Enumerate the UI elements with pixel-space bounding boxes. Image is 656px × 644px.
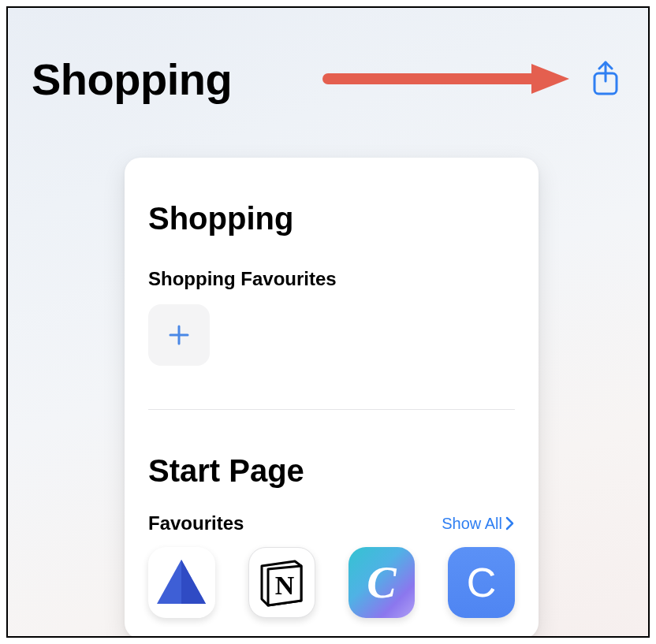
page-title: Shopping xyxy=(32,54,232,105)
start-page-title: Start Page xyxy=(148,453,515,489)
favourites-label: Favourites xyxy=(148,512,244,534)
plus-icon xyxy=(166,322,192,348)
notion-icon: N xyxy=(255,557,308,609)
show-all-label: Show All xyxy=(442,515,502,533)
shopping-favourites-label: Shopping Favourites xyxy=(148,268,515,290)
letter-c-icon: C xyxy=(467,559,497,606)
shopping-favourites-row xyxy=(148,304,515,366)
chevron-right-icon xyxy=(505,516,515,530)
favourites-header-row: Favourites Show All xyxy=(148,512,515,534)
section-divider xyxy=(148,409,515,410)
share-area xyxy=(320,59,624,99)
content-card: Shopping Shopping Favourites Start Page … xyxy=(125,158,539,638)
favourite-app-4[interactable]: C xyxy=(448,547,515,618)
favourite-app-2[interactable]: N xyxy=(248,547,315,618)
svg-marker-6 xyxy=(181,560,206,604)
favourite-app-3[interactable]: C xyxy=(348,547,416,618)
favourite-app-1[interactable] xyxy=(148,547,215,618)
favourites-app-row: N C C xyxy=(148,547,515,618)
add-favourite-button[interactable] xyxy=(148,304,210,366)
svg-text:N: N xyxy=(275,571,295,600)
share-icon xyxy=(591,61,621,97)
window-frame: Shopping Shopping Shopping Favourites xyxy=(6,6,650,638)
triangle-icon xyxy=(154,555,209,610)
share-button[interactable] xyxy=(587,60,624,98)
canva-icon: C xyxy=(367,557,396,608)
callout-arrow-icon xyxy=(320,59,572,99)
card-title: Shopping xyxy=(148,201,515,236)
show-all-button[interactable]: Show All xyxy=(442,515,515,533)
svg-marker-1 xyxy=(531,64,569,94)
header-bar: Shopping xyxy=(32,47,624,110)
